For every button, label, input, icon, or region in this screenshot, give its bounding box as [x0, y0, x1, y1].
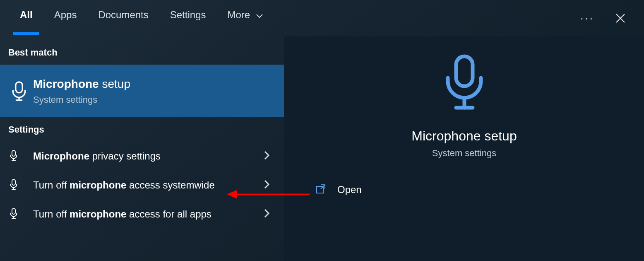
section-best-match-label: Best match — [0, 40, 284, 65]
result-subtitle: System settings — [33, 94, 276, 105]
chevron-down-icon — [256, 9, 263, 21]
open-action[interactable]: Open — [301, 173, 627, 206]
result-text: Turn off microphone access for all apps — [31, 203, 264, 226]
close-button[interactable] — [615, 13, 626, 24]
main-content: Best match Microphone setup System setti… — [0, 36, 644, 261]
results-column: Best match Microphone setup System setti… — [0, 36, 284, 261]
section-settings-label: Settings — [0, 117, 284, 142]
svg-rect-6 — [12, 179, 15, 185]
detail-pane: Microphone setup System settings Open — [284, 36, 644, 261]
microphone-icon — [8, 149, 31, 163]
result-text: Microphone privacy settings — [31, 145, 264, 168]
open-icon — [316, 184, 327, 196]
result-title: Turn off microphone access for all apps — [33, 208, 264, 221]
result-text: Turn off microphone access systemwide — [31, 174, 264, 197]
microphone-icon — [8, 80, 31, 102]
chevron-right-icon — [264, 151, 276, 162]
result-title: Turn off microphone access systemwide — [33, 179, 264, 192]
microphone-icon — [8, 178, 31, 192]
result-best-match[interactable]: Microphone setup System settings — [0, 65, 284, 117]
tab-more[interactable]: More — [226, 2, 264, 35]
detail-subtitle: System settings — [432, 148, 496, 159]
microphone-icon — [8, 207, 31, 221]
result-mic-access-systemwide[interactable]: Turn off microphone access systemwide — [0, 171, 284, 200]
svg-rect-0 — [16, 82, 22, 93]
tab-apps[interactable]: Apps — [53, 2, 79, 35]
svg-rect-14 — [456, 56, 473, 86]
open-label: Open — [337, 184, 362, 196]
detail-title: Microphone setup — [411, 128, 517, 144]
chevron-right-icon — [264, 180, 276, 191]
tab-more-label: More — [227, 9, 250, 20]
tab-settings[interactable]: Settings — [168, 2, 208, 35]
tabs: All Apps Documents Settings More — [10, 2, 264, 35]
detail-content: Microphone setup System settings Open — [284, 49, 644, 206]
tab-documents[interactable]: Documents — [96, 2, 150, 35]
result-mic-access-all-apps[interactable]: Turn off microphone access for all apps — [0, 200, 284, 229]
more-options-button[interactable]: ··· — [580, 12, 594, 25]
result-mic-privacy[interactable]: Microphone privacy settings — [0, 142, 284, 171]
result-title: Microphone setup — [33, 76, 276, 92]
chevron-right-icon — [264, 209, 276, 220]
result-text: Microphone setup System settings — [31, 71, 276, 110]
topbar-actions: ··· — [580, 12, 634, 25]
svg-rect-9 — [12, 208, 15, 214]
tab-all[interactable]: All — [18, 2, 34, 35]
microphone-icon — [440, 53, 489, 117]
top-tab-bar: All Apps Documents Settings More ··· — [0, 0, 644, 36]
result-title: Microphone privacy settings — [33, 150, 264, 163]
svg-rect-3 — [12, 150, 15, 156]
